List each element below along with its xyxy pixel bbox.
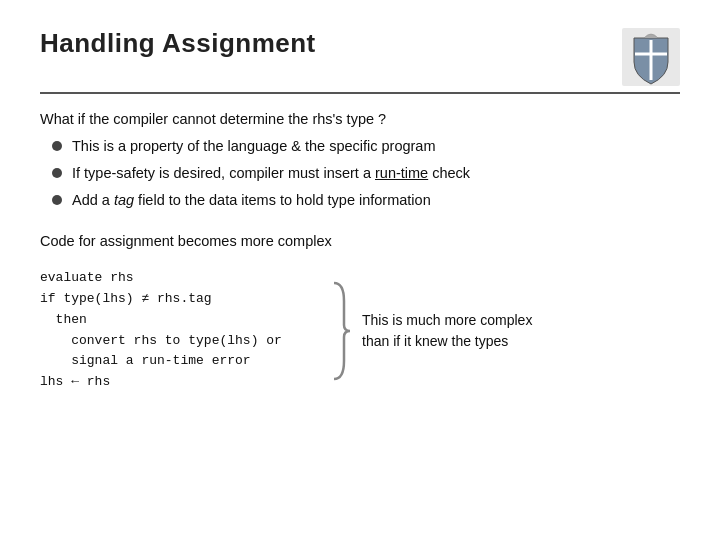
- code-line-5: signal a run-time error: [40, 351, 320, 372]
- bullet-3-after: field to the data items to hold type inf…: [134, 192, 431, 208]
- code-area: evaluate rhs if type(lhs) ≠ rhs.tag then…: [40, 264, 680, 397]
- slide-header: Handling Assignment: [40, 28, 680, 94]
- bullet-icon: [52, 141, 62, 151]
- bullet-text-2: If type-safety is desired, compiler must…: [72, 163, 470, 185]
- slide-title: Handling Assignment: [40, 28, 316, 59]
- bullet-icon: [52, 168, 62, 178]
- bullet-2-underline: run-time: [375, 165, 428, 181]
- slide: Handling Assignment What if the compiler…: [0, 0, 720, 540]
- code-line-1: evaluate rhs: [40, 268, 320, 289]
- bullet-2-before: If type-safety is desired, compiler must…: [72, 165, 375, 181]
- right-brace-icon: [330, 281, 352, 381]
- bullet-3-italic: tag: [114, 192, 134, 208]
- code-label: Code for assignment becomes more complex: [40, 230, 680, 252]
- code-line-4: convert rhs to type(lhs) or: [40, 331, 320, 352]
- bullet-list: This is a property of the language & the…: [52, 136, 680, 211]
- list-item: Add a tag field to the data items to hol…: [52, 190, 680, 212]
- bullet-text-3: Add a tag field to the data items to hol…: [72, 190, 431, 212]
- slide-content: What if the compiler cannot determine th…: [40, 108, 680, 397]
- university-crest: [622, 28, 680, 86]
- bullet-icon: [52, 195, 62, 205]
- brace-container: [330, 264, 352, 397]
- bullet-text-1: This is a property of the language & the…: [72, 136, 436, 158]
- code-section: Code for assignment becomes more complex…: [40, 230, 680, 397]
- code-line-6: lhs ← rhs: [40, 372, 320, 393]
- list-item: This is a property of the language & the…: [52, 136, 680, 158]
- code-line-3: then: [40, 310, 320, 331]
- intro-text: What if the compiler cannot determine th…: [40, 108, 680, 130]
- list-item: If type-safety is desired, compiler must…: [52, 163, 680, 185]
- code-line-2: if type(lhs) ≠ rhs.tag: [40, 289, 320, 310]
- code-block: evaluate rhs if type(lhs) ≠ rhs.tag then…: [40, 264, 320, 397]
- callout-text: This is much more complex than if it kne…: [362, 264, 537, 397]
- bullet-3-before: Add a: [72, 192, 114, 208]
- bullet-2-after: check: [428, 165, 470, 181]
